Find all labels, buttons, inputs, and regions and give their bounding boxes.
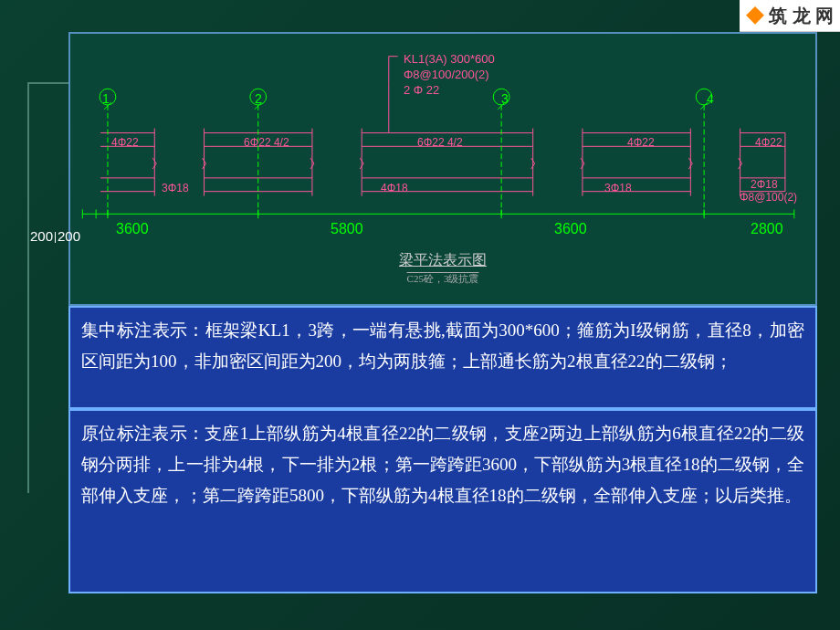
bottom-rebar-cant-2: Φ8@100(2) (740, 191, 797, 204)
bottom-rebar-span1: 3Φ18 (162, 182, 189, 194)
beam-callout: KL1(3A) 300*600 Φ8@100/200(2) 2 Φ 22 (404, 52, 495, 99)
span-dim-2: 5800 (331, 221, 363, 237)
bottom-rebar-span3: 3Φ18 (604, 182, 632, 194)
figure-caption: 梁平法表示图 C25砼，3级抗震 (399, 251, 487, 286)
span-dim-3: 3600 (554, 221, 587, 237)
top-rebar-axis3: 4Φ22 (627, 136, 655, 149)
axis-3: 3 (501, 91, 509, 106)
span-dim-4: 2800 (751, 221, 783, 237)
top-rebar-axis1: 4Φ22 (111, 136, 139, 149)
beam-name-size: KL1(3A) 300*600 (404, 52, 495, 68)
beam-stirrup: Φ8@100/200(2) (404, 68, 495, 83)
watermark-logo: ◆ 筑 龙 网 (740, 0, 840, 32)
bottom-rebar-span2: 4Φ18 (381, 182, 408, 194)
background-rect-decoration (27, 82, 73, 493)
top-rebar-axis2-right: 6Φ22 4/2 (417, 136, 463, 149)
description-text-2: 原位标注表示：支座1上部纵筋为4根直径22的二级钢，支座2两边上部纵筋为6根直径… (81, 424, 804, 505)
left-offset-dims: 200200 (30, 228, 80, 244)
figure-subtitle-text: C25砼，3级抗震 (399, 272, 487, 286)
description-text-1: 集中标注表示：框架梁KL1，3跨，一端有悬挑,截面为300*600；箍筋为I级钢… (81, 320, 804, 371)
span-dim-1: 3600 (116, 221, 149, 237)
axis-2: 2 (255, 91, 262, 106)
top-rebar-cantilever: 4Φ22 (755, 136, 782, 149)
axis-4: 4 (707, 91, 714, 106)
figure-title-text: 梁平法表示图 (399, 251, 487, 270)
description-panel-1: 集中标注表示：框架梁KL1，3跨，一端有悬挑,截面为300*600；箍筋为I级钢… (68, 306, 817, 409)
beam-top-bar: 2 Φ 22 (404, 83, 495, 99)
bottom-rebar-cant-1: 2Φ18 (751, 178, 778, 191)
beam-diagram: KL1(3A) 300*600 Φ8@100/200(2) 2 Φ 22 1 2… (68, 32, 817, 306)
description-panel-2: 原位标注表示：支座1上部纵筋为4根直径22的二级钢，支座2两边上部纵筋为6根直径… (68, 409, 817, 593)
top-rebar-axis2-left: 6Φ22 4/2 (244, 136, 289, 149)
watermark-text: 筑 龙 网 (769, 5, 834, 26)
axis-1: 1 (102, 91, 110, 106)
